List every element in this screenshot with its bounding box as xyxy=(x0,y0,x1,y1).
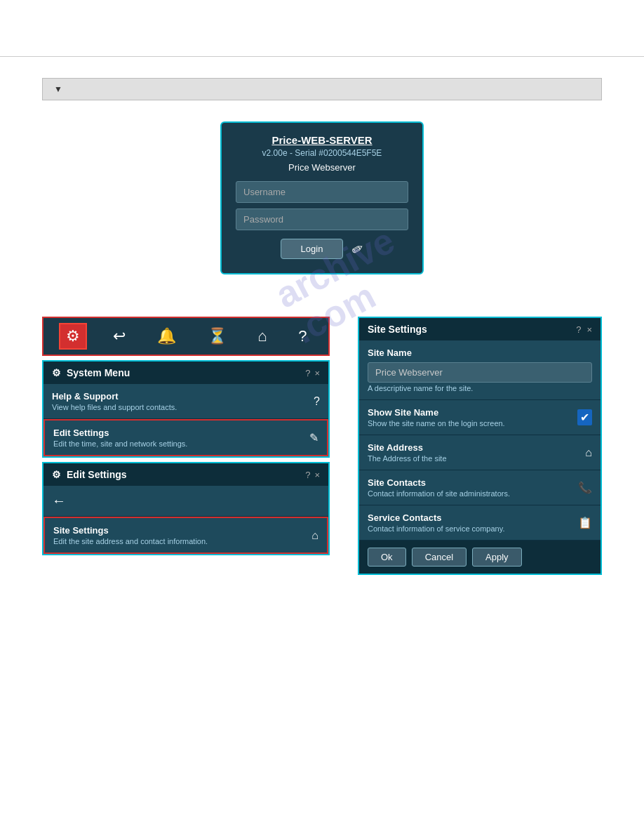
site-name-label: Site Name xyxy=(368,348,592,358)
hourglass-icon[interactable]: ⏳ xyxy=(202,324,232,348)
back-arrow-icon: ← xyxy=(52,493,66,509)
system-menu-title: ⚙ System Menu xyxy=(52,367,130,378)
edit-settings-item[interactable]: Edit Settings Edit the time, site and ne… xyxy=(43,419,328,456)
show-site-name-desc: Show the site name on the login screen. xyxy=(368,419,505,428)
edit-settings-header: ⚙ Edit Settings ? × xyxy=(43,463,328,486)
service-contacts-row[interactable]: Service Contacts Contact information of … xyxy=(359,505,601,541)
system-menu-close-icon[interactable]: × xyxy=(314,368,320,378)
site-name-desc: A descriptive name for the site. xyxy=(368,384,592,392)
service-contacts-desc: Contact information of service company. xyxy=(368,524,504,533)
site-contacts-icon: 📞 xyxy=(578,481,592,494)
site-contacts-desc: Contact information of site administrato… xyxy=(368,489,510,498)
login-title: Price-WEB-SERVER xyxy=(236,134,408,146)
site-name-row: Site Name A descriptive name for the sit… xyxy=(359,340,601,400)
cancel-button[interactable]: Cancel xyxy=(412,548,467,567)
site-address-label: Site Address xyxy=(368,442,447,453)
site-settings-panel: Site Settings ? × Site Name A descriptiv… xyxy=(358,317,602,575)
back-icon[interactable]: ↩ xyxy=(107,324,131,348)
apply-button[interactable]: Apply xyxy=(472,548,522,567)
left-panel: ⚙ ↩ 🔔 ⏳ ⌂ ? ⚙ System Menu ? × xyxy=(42,317,330,555)
site-name-input[interactable] xyxy=(368,362,592,383)
back-row[interactable]: ← xyxy=(43,486,328,517)
login-version: v2.00e - Serial #0200544E5F5E xyxy=(236,148,408,158)
home-icon[interactable]: ⌂ xyxy=(252,324,272,348)
service-contacts-icon: 📋 xyxy=(578,516,592,529)
gear-icon-sm2: ⚙ xyxy=(52,469,61,480)
login-container: Price-WEB-SERVER v2.00e - Serial #020054… xyxy=(0,121,644,274)
help-icon[interactable]: ? xyxy=(293,324,312,348)
system-menu-help-icon[interactable]: ? xyxy=(305,368,310,378)
login-box: Price-WEB-SERVER v2.00e - Serial #020054… xyxy=(220,121,424,274)
username-input[interactable] xyxy=(236,181,408,203)
bottom-section: ⚙ ↩ 🔔 ⏳ ⌂ ? ⚙ System Menu ? × xyxy=(0,317,644,575)
site-contacts-label: Site Contacts xyxy=(368,477,510,488)
password-input[interactable] xyxy=(236,208,408,230)
site-settings-panel-title: Site Settings xyxy=(368,324,427,335)
edit-settings-panel-title: ⚙ Edit Settings xyxy=(52,469,127,480)
system-menu-header-icons: ? × xyxy=(305,368,320,378)
site-contacts-row[interactable]: Site Contacts Contact information of sit… xyxy=(359,470,601,505)
site-settings-item-desc: Edit the site address and contact inform… xyxy=(53,537,208,545)
edit-settings-desc: Edit the time, site and network settings… xyxy=(53,439,187,448)
site-settings-item-title: Site Settings xyxy=(53,525,208,536)
help-support-title: Help & Support xyxy=(52,391,177,402)
help-support-desc: View help files and support contacts. xyxy=(52,403,177,411)
settings-icon[interactable]: ⚙ xyxy=(59,323,87,350)
show-site-name-label: Show Site Name xyxy=(368,407,505,418)
site-address-row[interactable]: Site Address The Address of the site ⌂ xyxy=(359,435,601,470)
bell-icon[interactable]: 🔔 xyxy=(152,324,182,348)
edit-settings-close-icon[interactable]: × xyxy=(314,470,320,480)
edit-settings-icon: ✎ xyxy=(309,431,318,444)
login-subtitle: Price Webserver xyxy=(236,162,408,173)
edit-settings-help-icon[interactable]: ? xyxy=(305,470,310,480)
right-panel: Site Settings ? × Site Name A descriptiv… xyxy=(358,317,602,575)
site-settings-header-icons: ? × xyxy=(576,324,592,335)
site-settings-close-icon[interactable]: × xyxy=(586,324,592,335)
site-address-icon: ⌂ xyxy=(585,446,592,459)
edit-settings-header-icons: ? × xyxy=(305,470,320,480)
help-support-icon: ? xyxy=(314,395,320,408)
site-settings-item-icon: ⌂ xyxy=(311,529,318,542)
site-settings-item[interactable]: Site Settings Edit the site address and … xyxy=(43,517,328,554)
edit-settings-panel: ⚙ Edit Settings ? × ← Site Settings Edit… xyxy=(42,462,330,555)
edit-settings-title: Edit Settings xyxy=(53,428,187,438)
login-button[interactable]: Login xyxy=(281,239,344,259)
pen-icon: ✏ xyxy=(349,239,368,259)
ok-button[interactable]: Ok xyxy=(368,548,406,567)
gear-icon-sm: ⚙ xyxy=(52,367,61,378)
show-site-name-row: Show Site Name Show the site name on the… xyxy=(359,400,601,435)
icon-toolbar: ⚙ ↩ 🔔 ⏳ ⌂ ? xyxy=(42,317,330,356)
site-settings-help-icon[interactable]: ? xyxy=(576,324,581,335)
dropdown-arrow-icon: ▼ xyxy=(54,84,62,94)
show-site-name-checkbox[interactable]: ✔ xyxy=(577,409,592,425)
system-menu-panel: ⚙ System Menu ? × Help & Support View he… xyxy=(42,360,330,458)
service-contacts-label: Service Contacts xyxy=(368,512,504,523)
login-footer: Login ✏ xyxy=(236,239,408,259)
help-support-item[interactable]: Help & Support View help files and suppo… xyxy=(43,384,328,419)
site-address-desc: The Address of the site xyxy=(368,454,447,463)
site-settings-panel-header: Site Settings ? × xyxy=(359,318,601,340)
dropdown-bar[interactable]: ▼ xyxy=(42,78,602,100)
system-menu-header: ⚙ System Menu ? × xyxy=(43,362,328,384)
top-divider xyxy=(0,56,644,57)
site-settings-buttons-row: Ok Cancel Apply xyxy=(359,541,601,574)
